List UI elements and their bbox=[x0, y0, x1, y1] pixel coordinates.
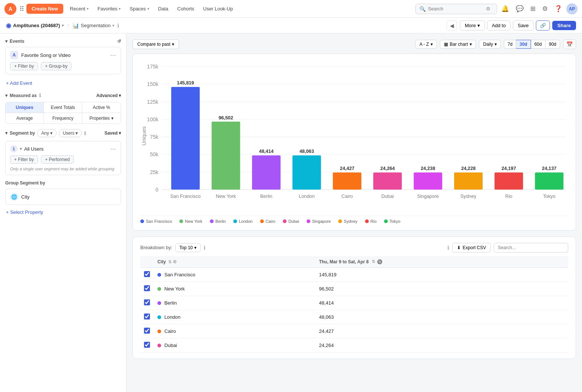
group-by-button[interactable]: + Group-by bbox=[41, 62, 71, 70]
share-button[interactable]: Share bbox=[552, 21, 576, 30]
events-reset-icon[interactable]: ↺ bbox=[117, 39, 121, 44]
measured-info-icon[interactable]: ℹ bbox=[39, 93, 41, 98]
legend-tokyo[interactable]: Tokyo bbox=[384, 219, 400, 224]
add-to-button[interactable]: Add to bbox=[487, 20, 511, 30]
legend-san-francisco[interactable]: San Francisco bbox=[140, 219, 172, 224]
apps-icon[interactable]: ⠿ bbox=[19, 5, 24, 13]
metric-event-totals[interactable]: Event Totals bbox=[44, 102, 82, 113]
bar-rio[interactable] bbox=[495, 173, 523, 190]
export-csv-button[interactable]: ⬇ Export CSV bbox=[452, 243, 491, 253]
row-checkbox[interactable] bbox=[144, 271, 150, 277]
add-event-button[interactable]: + Add Event bbox=[5, 79, 33, 87]
segmentation-selector[interactable]: 📊 Segmentation ▾ bbox=[73, 23, 114, 29]
filter-icon[interactable]: ⚙ bbox=[486, 6, 490, 12]
messages-button[interactable]: 💬 bbox=[513, 3, 526, 14]
date-range-7d[interactable]: 7d bbox=[504, 40, 516, 49]
row-checkbox[interactable] bbox=[144, 299, 150, 305]
data-menu[interactable]: Data bbox=[154, 4, 172, 14]
bar-london[interactable] bbox=[292, 155, 321, 190]
cohorts-menu[interactable]: Cohorts bbox=[173, 4, 198, 14]
row-checkbox-cell[interactable] bbox=[140, 296, 154, 310]
row-checkbox-cell[interactable] bbox=[140, 310, 154, 324]
row-checkbox-cell[interactable] bbox=[140, 338, 154, 352]
segmentation-info-icon[interactable]: ℹ bbox=[117, 23, 119, 29]
app-logo[interactable]: A bbox=[4, 3, 16, 15]
az-sort-button[interactable]: A - Z ▾ bbox=[415, 40, 436, 49]
row-checkbox-cell[interactable] bbox=[140, 267, 154, 282]
date-range-60d[interactable]: 60d bbox=[531, 40, 546, 49]
bar-san-francisco[interactable] bbox=[171, 87, 200, 190]
spaces-menu[interactable]: Spaces ▾ bbox=[126, 4, 153, 14]
daily-button[interactable]: Daily ▾ bbox=[479, 40, 501, 49]
notifications-button[interactable]: 🔔 bbox=[499, 3, 512, 14]
more-button[interactable]: More ▾ bbox=[460, 20, 485, 30]
metric-uniques[interactable]: Uniques bbox=[6, 102, 44, 113]
row-checkbox[interactable] bbox=[144, 285, 150, 291]
legend-sydney[interactable]: Sydney bbox=[338, 219, 358, 224]
search-input[interactable] bbox=[428, 6, 484, 12]
user-look-up-menu[interactable]: User Look-Up bbox=[199, 4, 237, 14]
recent-menu[interactable]: Recent ▾ bbox=[66, 4, 92, 14]
row-checkbox[interactable] bbox=[144, 328, 150, 334]
date-range-30d[interactable]: 30d bbox=[516, 40, 531, 49]
legend-berlin[interactable]: Berlin bbox=[210, 219, 226, 224]
measured-header[interactable]: ▾ Measured as ℹ Advanced ▾ bbox=[5, 93, 121, 98]
breakdown-search-input[interactable] bbox=[494, 243, 568, 253]
save-button[interactable]: Save bbox=[513, 20, 534, 30]
breakdown-details-icon[interactable]: ℹ bbox=[447, 245, 449, 251]
create-new-button[interactable]: Create New bbox=[26, 4, 63, 14]
filter-by-button[interactable]: + Filter by bbox=[10, 62, 38, 70]
metric-active-pct[interactable]: Active % bbox=[82, 102, 121, 113]
row-checkbox-cell[interactable] bbox=[140, 282, 154, 296]
bar-singapore[interactable] bbox=[414, 173, 442, 190]
segment-menu-button[interactable]: ⋯ bbox=[110, 145, 116, 152]
legend-new-york[interactable]: New York bbox=[179, 219, 202, 224]
row-checkbox[interactable] bbox=[144, 314, 150, 319]
help-button[interactable]: ❓ bbox=[552, 3, 565, 14]
legend-cairo[interactable]: Cairo bbox=[260, 219, 275, 224]
events-section-header[interactable]: ▾ Events ↺ bbox=[5, 39, 121, 44]
calendar-button[interactable]: 📅 bbox=[563, 39, 576, 49]
row-checkbox[interactable] bbox=[144, 342, 150, 348]
select-property-button[interactable]: + Select Property bbox=[5, 208, 44, 216]
legend-london[interactable]: London bbox=[233, 219, 253, 224]
settings-button[interactable]: ⚙ bbox=[540, 3, 550, 14]
metric-frequency[interactable]: Frequency bbox=[44, 113, 82, 123]
brand-selector[interactable]: ◉ Amplitunes (204687) ▾ bbox=[6, 22, 64, 29]
date-info-icon[interactable]: 🔘 bbox=[377, 259, 383, 264]
row-checkbox-cell[interactable] bbox=[140, 324, 154, 338]
bar-chart-button[interactable]: ▦ Bar chart ▾ bbox=[440, 40, 476, 49]
advanced-button[interactable]: Advanced ▾ bbox=[96, 93, 121, 98]
users-selector[interactable]: Users ▾ bbox=[59, 129, 82, 137]
segment-info-icon[interactable]: ℹ bbox=[84, 131, 86, 136]
grid-view-button[interactable]: ⊞ bbox=[528, 3, 538, 14]
city-filter-icon[interactable]: ⚙ bbox=[173, 259, 177, 264]
saved-button[interactable]: Saved ▾ bbox=[105, 131, 121, 136]
legend-rio[interactable]: Rio bbox=[365, 219, 377, 224]
metric-average[interactable]: Average bbox=[6, 113, 44, 123]
segment-expand-button[interactable]: ▾ bbox=[20, 146, 22, 151]
segment-filter-by-button[interactable]: + Filter by bbox=[10, 155, 38, 164]
any-selector[interactable]: Any ▾ bbox=[37, 129, 57, 137]
col-city-header[interactable]: City ⇅ ⚙ bbox=[154, 256, 315, 268]
event-menu-button[interactable]: ⋯ bbox=[110, 52, 116, 59]
legend-singapore[interactable]: Singapore bbox=[307, 219, 331, 224]
col-date-header[interactable]: Thu, Mar 9 to Sat, Apr 8 ⇅ 🔘 bbox=[315, 256, 568, 268]
bar-cairo[interactable] bbox=[333, 173, 362, 190]
avatar[interactable]: AP bbox=[566, 3, 578, 15]
bar-sydney[interactable] bbox=[454, 173, 483, 190]
bar-dubai[interactable] bbox=[373, 173, 402, 190]
date-range-90d[interactable]: 90d bbox=[546, 40, 560, 49]
legend-dubai[interactable]: Dubai bbox=[283, 219, 299, 224]
collapse-sidebar-button[interactable]: ◀ bbox=[447, 20, 457, 31]
bar-berlin[interactable] bbox=[252, 155, 281, 190]
favorites-menu[interactable]: Favorites ▾ bbox=[94, 4, 124, 14]
bar-tokyo[interactable] bbox=[535, 173, 564, 190]
breakdown-info-icon[interactable]: ℹ bbox=[204, 245, 205, 251]
metric-properties[interactable]: Properties ▾ bbox=[82, 113, 121, 123]
link-button[interactable]: 🔗 bbox=[536, 20, 550, 30]
segment-performed-button[interactable]: + Performed bbox=[41, 155, 74, 164]
bar-new-york[interactable] bbox=[212, 122, 240, 190]
search-bar[interactable]: 🔍 ⚙ bbox=[415, 4, 497, 14]
compare-to-past-button[interactable]: Compare to past ▾ bbox=[132, 39, 179, 49]
